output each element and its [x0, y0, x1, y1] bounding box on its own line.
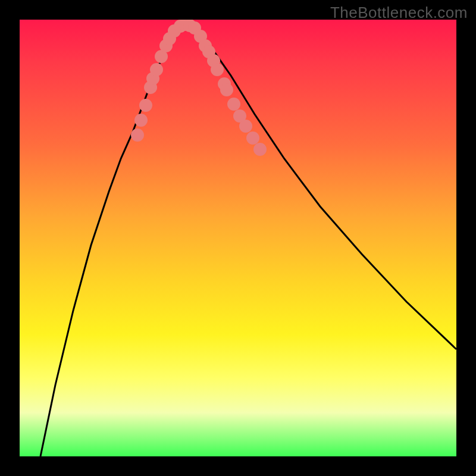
dot-cluster	[131, 20, 267, 156]
chart-svg	[20, 20, 456, 456]
data-dot	[211, 63, 224, 76]
right-curve	[186, 23, 456, 349]
data-dot	[150, 63, 163, 76]
data-dot	[246, 131, 259, 145]
data-dot	[227, 98, 240, 111]
data-dot	[131, 129, 144, 142]
left-curve	[40, 23, 186, 456]
data-dot	[134, 114, 148, 127]
data-dot	[220, 83, 233, 96]
chart-plot-area	[20, 20, 456, 456]
data-dot	[253, 143, 267, 156]
data-dot	[139, 99, 152, 112]
watermark-text: TheBottleneck.com	[330, 4, 468, 22]
chart-frame: TheBottleneck.com	[0, 0, 476, 476]
data-dot	[239, 120, 252, 133]
